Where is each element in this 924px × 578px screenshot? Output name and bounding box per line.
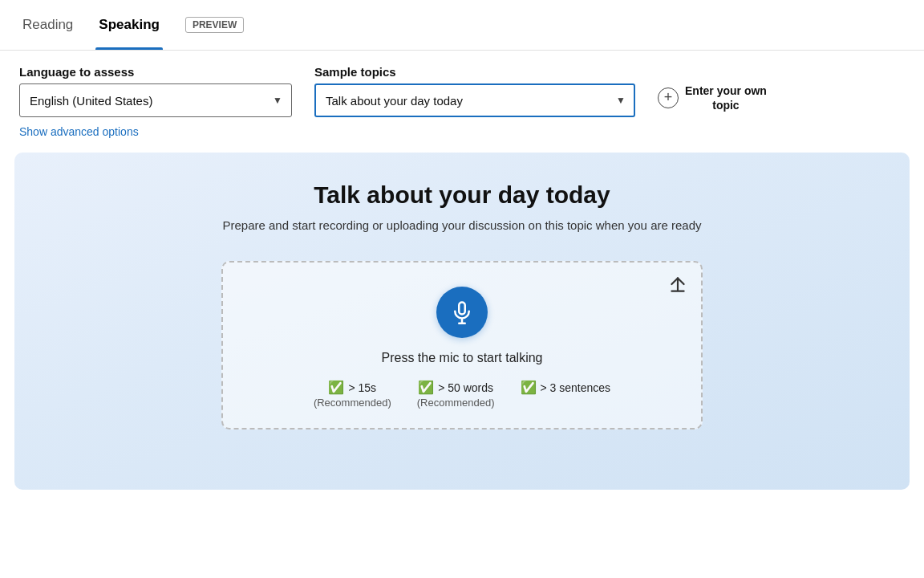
req-time-label: > 15s	[348, 381, 376, 394]
req-words-label: > 50 words	[438, 381, 493, 394]
enter-own-label: Enter your owntopic	[685, 83, 767, 112]
recording-box: Press the mic to start talking ✅ > 15s (…	[221, 261, 703, 429]
req-sentences: ✅ > 3 sentences	[521, 380, 611, 395]
controls-row: Language to assess English (United State…	[19, 65, 905, 117]
main-card: Talk about your day today Prepare and st…	[14, 153, 910, 490]
topic-title: Talk about your day today	[314, 181, 610, 209]
req-time-sub: (Recommended)	[314, 397, 391, 409]
req-words-sub: (Recommended)	[417, 397, 495, 409]
req-words: ✅ > 50 words (Recommended)	[417, 380, 495, 409]
topic-field-group: Sample topics Talk about your day today …	[314, 65, 635, 117]
press-mic-label: Press the mic to start talking	[382, 351, 543, 365]
tab-speaking[interactable]: Speaking	[95, 0, 163, 50]
topic-subtitle: Prepare and start recording or uploading…	[222, 218, 701, 232]
check-icon-time: ✅	[328, 380, 344, 395]
topic-select[interactable]: Talk about your day today	[314, 83, 635, 117]
tab-preview[interactable]: PREVIEW	[185, 17, 244, 33]
show-advanced-link[interactable]: Show advanced options	[19, 125, 139, 138]
req-sentences-label: > 3 sentences	[541, 381, 611, 394]
req-time: ✅ > 15s (Recommended)	[314, 380, 391, 409]
controls-area: Language to assess English (United State…	[0, 51, 924, 146]
mic-icon	[450, 300, 474, 324]
tab-bar: Reading Speaking PREVIEW	[0, 0, 924, 51]
check-icon-words: ✅	[418, 380, 434, 395]
mic-button[interactable]	[436, 287, 488, 338]
tab-reading[interactable]: Reading	[19, 0, 76, 50]
enter-own-topic[interactable]: + Enter your owntopic	[658, 83, 767, 112]
upload-icon[interactable]	[667, 274, 688, 299]
language-field-group: Language to assess English (United State…	[19, 65, 292, 117]
language-select-wrapper: English (United States) ▼	[19, 83, 292, 117]
topic-label: Sample topics	[314, 65, 635, 79]
plus-icon: +	[658, 88, 679, 108]
language-select[interactable]: English (United States)	[19, 83, 292, 117]
language-label: Language to assess	[19, 65, 292, 79]
topic-select-wrapper: Talk about your day today ▼	[314, 83, 635, 117]
requirements-row: ✅ > 15s (Recommended) ✅ > 50 words (Reco…	[314, 380, 610, 409]
check-icon-sentences: ✅	[521, 380, 537, 395]
